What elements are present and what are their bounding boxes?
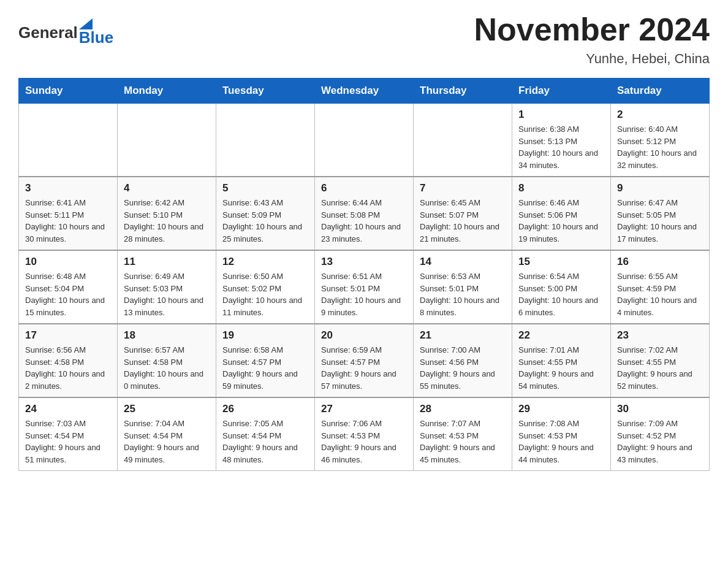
logo-general: General (18, 23, 78, 42)
day-number: 5 (222, 182, 308, 194)
day-number: 4 (124, 182, 210, 194)
day-info: Sunrise: 6:59 AMSunset: 4:57 PMDaylight:… (321, 344, 407, 392)
calendar-cell: 18Sunrise: 6:57 AMSunset: 4:58 PMDayligh… (118, 324, 216, 397)
weekday-header-row: SundayMondayTuesdayWednesdayThursdayFrid… (19, 79, 710, 104)
calendar-cell: 16Sunrise: 6:55 AMSunset: 4:59 PMDayligh… (611, 250, 710, 324)
day-info: Sunrise: 6:53 AMSunset: 5:01 PMDaylight:… (420, 270, 506, 318)
day-info: Sunrise: 7:05 AMSunset: 4:54 PMDaylight:… (222, 418, 308, 465)
calendar-cell: 25Sunrise: 7:04 AMSunset: 4:54 PMDayligh… (118, 397, 216, 471)
weekday-header-thursday: Thursday (414, 79, 512, 104)
calendar-cell: 12Sunrise: 6:50 AMSunset: 5:02 PMDayligh… (216, 250, 315, 324)
day-number: 13 (321, 256, 407, 268)
day-info: Sunrise: 7:09 AMSunset: 4:52 PMDaylight:… (617, 418, 703, 465)
weekday-header-wednesday: Wednesday (315, 79, 414, 104)
day-info: Sunrise: 6:46 AMSunset: 5:06 PMDaylight:… (518, 197, 604, 245)
calendar-cell (118, 104, 216, 177)
day-number: 17 (25, 329, 111, 342)
day-number: 9 (617, 182, 703, 194)
day-number: 7 (420, 182, 506, 194)
day-info: Sunrise: 6:40 AMSunset: 5:12 PMDaylight:… (617, 123, 703, 171)
day-number: 14 (420, 256, 506, 268)
logo: General Blue (18, 18, 113, 47)
calendar-subtitle: Yunhe, Hebei, China (474, 51, 710, 67)
day-info: Sunrise: 7:00 AMSunset: 4:56 PMDaylight:… (420, 344, 506, 392)
day-info: Sunrise: 7:06 AMSunset: 4:53 PMDaylight:… (321, 418, 407, 465)
title-area: November 2024 Yunhe, Hebei, China (474, 12, 710, 67)
calendar-cell: 22Sunrise: 7:01 AMSunset: 4:55 PMDayligh… (512, 324, 611, 397)
day-number: 16 (617, 256, 703, 268)
calendar-cell: 27Sunrise: 7:06 AMSunset: 4:53 PMDayligh… (315, 397, 414, 471)
calendar-cell: 24Sunrise: 7:03 AMSunset: 4:54 PMDayligh… (19, 397, 118, 471)
day-info: Sunrise: 6:56 AMSunset: 4:58 PMDaylight:… (25, 344, 111, 392)
day-number: 18 (124, 329, 210, 342)
day-number: 23 (617, 329, 703, 342)
calendar-cell (19, 104, 118, 177)
calendar-cell: 26Sunrise: 7:05 AMSunset: 4:54 PMDayligh… (216, 397, 315, 471)
day-number: 27 (321, 403, 407, 415)
calendar-cell: 4Sunrise: 6:42 AMSunset: 5:10 PMDaylight… (118, 177, 216, 250)
day-number: 1 (518, 109, 604, 121)
weekday-header-sunday: Sunday (19, 79, 118, 104)
calendar-cell (414, 104, 512, 177)
day-info: Sunrise: 6:49 AMSunset: 5:03 PMDaylight:… (124, 270, 210, 318)
weekday-header-monday: Monday (118, 79, 216, 104)
day-number: 2 (617, 109, 703, 121)
calendar-cell: 30Sunrise: 7:09 AMSunset: 4:52 PMDayligh… (611, 397, 710, 471)
day-number: 6 (321, 182, 407, 194)
day-info: Sunrise: 6:44 AMSunset: 5:08 PMDaylight:… (321, 197, 407, 245)
day-info: Sunrise: 6:41 AMSunset: 5:11 PMDaylight:… (25, 197, 111, 245)
logo-blue: Blue (79, 28, 113, 47)
day-number: 29 (518, 403, 604, 415)
calendar-cell: 6Sunrise: 6:44 AMSunset: 5:08 PMDaylight… (315, 177, 414, 250)
day-number: 12 (222, 256, 308, 268)
calendar-cell: 9Sunrise: 6:47 AMSunset: 5:05 PMDaylight… (611, 177, 710, 250)
day-number: 20 (321, 329, 407, 342)
calendar-cell: 3Sunrise: 6:41 AMSunset: 5:11 PMDaylight… (19, 177, 118, 250)
day-number: 22 (518, 329, 604, 342)
calendar-cell: 2Sunrise: 6:40 AMSunset: 5:12 PMDaylight… (611, 104, 710, 177)
page-header: General Blue November 2024 Yunhe, Hebei,… (18, 12, 710, 67)
day-number: 15 (518, 256, 604, 268)
calendar-cell: 7Sunrise: 6:45 AMSunset: 5:07 PMDaylight… (414, 177, 512, 250)
day-number: 28 (420, 403, 506, 415)
calendar-cell: 10Sunrise: 6:48 AMSunset: 5:04 PMDayligh… (19, 250, 118, 324)
day-info: Sunrise: 7:03 AMSunset: 4:54 PMDaylight:… (25, 418, 111, 465)
day-info: Sunrise: 6:48 AMSunset: 5:04 PMDaylight:… (25, 270, 111, 318)
calendar-cell: 1Sunrise: 6:38 AMSunset: 5:13 PMDaylight… (512, 104, 611, 177)
day-info: Sunrise: 7:08 AMSunset: 4:53 PMDaylight:… (518, 418, 604, 465)
weekday-header-friday: Friday (512, 79, 611, 104)
day-number: 19 (222, 329, 308, 342)
day-info: Sunrise: 6:38 AMSunset: 5:13 PMDaylight:… (518, 123, 604, 171)
day-number: 25 (124, 403, 210, 415)
weekday-header-tuesday: Tuesday (216, 79, 315, 104)
day-number: 26 (222, 403, 308, 415)
day-info: Sunrise: 6:57 AMSunset: 4:58 PMDaylight:… (124, 344, 210, 392)
calendar-cell: 14Sunrise: 6:53 AMSunset: 5:01 PMDayligh… (414, 250, 512, 324)
calendar-cell: 15Sunrise: 6:54 AMSunset: 5:00 PMDayligh… (512, 250, 611, 324)
logo-icon: General Blue (18, 18, 113, 47)
day-info: Sunrise: 7:04 AMSunset: 4:54 PMDaylight:… (124, 418, 210, 465)
day-number: 24 (25, 403, 111, 415)
day-info: Sunrise: 6:47 AMSunset: 5:05 PMDaylight:… (617, 197, 703, 245)
week-row-1: 1Sunrise: 6:38 AMSunset: 5:13 PMDaylight… (19, 104, 710, 177)
calendar-cell: 8Sunrise: 6:46 AMSunset: 5:06 PMDaylight… (512, 177, 611, 250)
week-row-3: 10Sunrise: 6:48 AMSunset: 5:04 PMDayligh… (19, 250, 710, 324)
day-info: Sunrise: 6:42 AMSunset: 5:10 PMDaylight:… (124, 197, 210, 245)
day-number: 21 (420, 329, 506, 342)
calendar-cell: 20Sunrise: 6:59 AMSunset: 4:57 PMDayligh… (315, 324, 414, 397)
day-number: 30 (617, 403, 703, 415)
weekday-header-saturday: Saturday (611, 79, 710, 104)
calendar-cell: 23Sunrise: 7:02 AMSunset: 4:55 PMDayligh… (611, 324, 710, 397)
day-info: Sunrise: 6:58 AMSunset: 4:57 PMDaylight:… (222, 344, 308, 392)
week-row-4: 17Sunrise: 6:56 AMSunset: 4:58 PMDayligh… (19, 324, 710, 397)
calendar-cell: 29Sunrise: 7:08 AMSunset: 4:53 PMDayligh… (512, 397, 611, 471)
calendar-table: SundayMondayTuesdayWednesdayThursdayFrid… (18, 78, 710, 471)
calendar-cell: 21Sunrise: 7:00 AMSunset: 4:56 PMDayligh… (414, 324, 512, 397)
calendar-cell: 13Sunrise: 6:51 AMSunset: 5:01 PMDayligh… (315, 250, 414, 324)
day-info: Sunrise: 7:01 AMSunset: 4:55 PMDaylight:… (518, 344, 604, 392)
day-info: Sunrise: 6:51 AMSunset: 5:01 PMDaylight:… (321, 270, 407, 318)
calendar-cell: 28Sunrise: 7:07 AMSunset: 4:53 PMDayligh… (414, 397, 512, 471)
day-number: 3 (25, 182, 111, 194)
calendar-cell: 5Sunrise: 6:43 AMSunset: 5:09 PMDaylight… (216, 177, 315, 250)
day-number: 11 (124, 256, 210, 268)
